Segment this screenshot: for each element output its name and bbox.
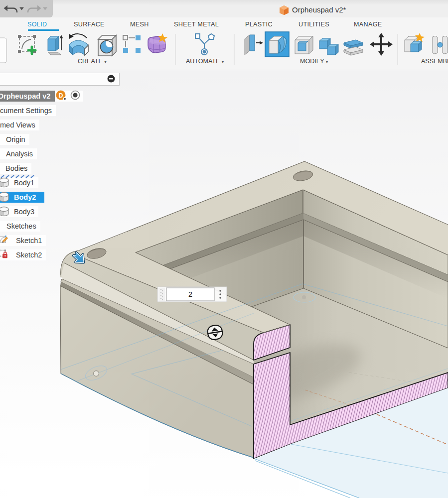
svg-text:D: D xyxy=(58,92,63,99)
svg-text:2: 2 xyxy=(188,290,192,298)
